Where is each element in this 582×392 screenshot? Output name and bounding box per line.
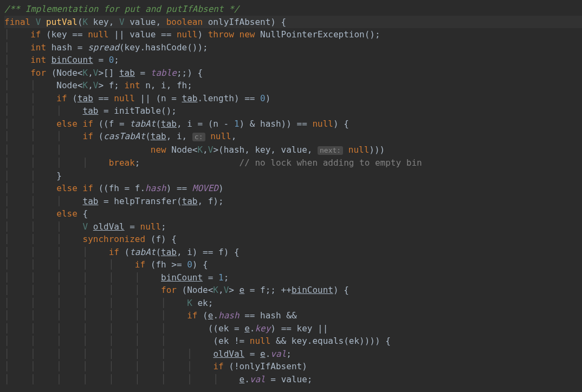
code-editor[interactable]: /** Implementation for put and putIfAbse…: [0, 0, 582, 386]
token: 0: [187, 259, 192, 270]
token: e: [260, 349, 266, 359]
code-line[interactable]: │ │ else if ((fh = f.hash) == MOVED): [4, 182, 582, 195]
token: binCount: [51, 55, 93, 65]
code-line[interactable]: │ int hash = spread(key.hashCode());: [4, 41, 582, 54]
token: hash: [145, 183, 166, 193]
token: if: [30, 29, 46, 40]
token: 1: [218, 272, 224, 283]
token: 0: [260, 93, 266, 103]
token: null: [348, 145, 370, 155]
token: V: [93, 68, 99, 78]
token: null: [88, 29, 109, 40]
token: tab: [83, 106, 99, 116]
token: if: [109, 247, 125, 257]
token: 1: [234, 119, 240, 129]
code-line[interactable]: │ │ else if ((f = tabAt(tab, i = (n - 1)…: [4, 117, 582, 130]
token: throw new: [208, 29, 260, 40]
token: int: [30, 42, 51, 53]
token: null: [210, 131, 231, 141]
code-line[interactable]: │ │ }: [4, 169, 582, 182]
token: K: [187, 298, 192, 308]
token: int: [30, 55, 51, 65]
token: e: [240, 374, 245, 384]
token: e: [208, 310, 214, 321]
token: tab: [161, 247, 177, 257]
token: if: [213, 361, 229, 371]
token: null: [140, 221, 161, 232]
code-line[interactable]: │ │ │ V oldVal = null;: [4, 220, 582, 233]
code-line[interactable]: │ │ Node<K,V> f; int n, i, fh;: [4, 79, 582, 92]
code-line[interactable]: │ │ │ synchronized (f) {: [4, 233, 582, 246]
token: oldVal: [93, 221, 125, 232]
token: K: [83, 80, 88, 90]
code-line[interactable]: │ │ │ │ │ │ │ ((ek = e.key) == key ||: [4, 322, 582, 335]
token: tab: [182, 196, 198, 206]
code-line[interactable]: │ │ │ │ │ │ │ │ oldVal = e.val;: [4, 348, 582, 361]
code-line[interactable]: │ │ │ if (casTabAt(tab, i, c: null,: [4, 130, 582, 143]
code-line[interactable]: │ │ │ │ break; // no lock when adding to…: [4, 156, 582, 169]
param-hint: next:: [318, 146, 343, 155]
token: tab: [77, 93, 93, 103]
code-line[interactable]: │ │ │ │ │ │ │ K ek;: [4, 297, 582, 310]
code-line[interactable]: │ │ │ │ if (tabAt(tab, i) == f) {: [4, 246, 582, 259]
token: tab: [161, 119, 177, 129]
token: spread: [88, 42, 119, 53]
code-line[interactable]: │ │ │ │ │ │ binCount = 1;: [4, 271, 582, 284]
token: null: [250, 336, 271, 346]
token: V: [83, 221, 88, 232]
doc-comment: /** Implementation for put and putIfAbse…: [4, 4, 239, 14]
code-line[interactable]: │ │ if (tab == null || (n = tab.length) …: [4, 92, 582, 105]
token: if: [56, 93, 72, 103]
token: K: [213, 285, 218, 295]
token: if: [135, 259, 151, 270]
code-line[interactable]: │ int binCount = 0;: [4, 54, 582, 67]
token: int: [125, 80, 146, 90]
token: tabAt: [130, 247, 156, 257]
token: break: [109, 158, 135, 168]
token: val: [270, 349, 286, 359]
token: final: [4, 17, 36, 27]
code-line[interactable]: │ if (key == null || value == null) thro…: [4, 28, 582, 41]
token: MOVED: [192, 183, 218, 193]
token: new: [151, 145, 172, 155]
code-line[interactable]: /** Implementation for put and putIfAbse…: [4, 3, 582, 16]
token: null: [312, 119, 333, 129]
code-line[interactable]: │ for (Node<K,V>[] tab = table;;) {: [4, 67, 582, 80]
token: V: [224, 285, 229, 295]
code-line[interactable]: final V putVal(K key, V value, boolean o…: [4, 16, 582, 29]
token: val: [250, 374, 266, 384]
token: hash: [218, 310, 240, 321]
token: tab: [151, 131, 166, 141]
code-line[interactable]: │ │ │ │ │ if (fh >= 0) {: [4, 258, 582, 271]
token: K: [83, 68, 88, 78]
code-line[interactable]: │ │ │ tab = initTable();: [4, 104, 582, 117]
token: V: [208, 145, 214, 155]
token: V: [93, 80, 99, 90]
token: else if: [56, 183, 98, 193]
code-line[interactable]: │ │ │ │ │ │ │ │ │ e.val = value;: [4, 373, 582, 386]
token: binCount: [161, 272, 203, 283]
token: key: [255, 323, 270, 334]
code-line[interactable]: │ │ │ │ │ │ for (Node<K,V> e = f;; ++bin…: [4, 284, 582, 297]
code-line[interactable]: │ │ │ │ │ │ │ │ if (!onlyIfAbsent): [4, 360, 582, 373]
code-line[interactable]: │ │ │ new Node<K,V>(hash, key, value, ne…: [4, 143, 582, 157]
token: tabAt: [130, 119, 156, 129]
token: V: [36, 17, 41, 27]
token: else: [56, 208, 82, 219]
token: boolean: [166, 17, 203, 27]
code-line[interactable]: │ │ else {: [4, 207, 582, 220]
token: 0: [109, 55, 114, 65]
token: e: [240, 285, 245, 295]
code-line[interactable]: │ │ │ tab = helpTransfer(tab, f);: [4, 195, 582, 208]
token: null: [177, 29, 198, 40]
param-hint: c:: [192, 133, 205, 141]
token: K: [83, 17, 88, 27]
token: binCount: [292, 285, 333, 295]
token: K: [197, 145, 203, 155]
token: if: [187, 310, 203, 321]
token: synchronized: [83, 234, 151, 244]
code-line[interactable]: │ │ │ │ │ │ │ (ek != null && key.equals(…: [4, 335, 582, 348]
token: if: [83, 131, 99, 141]
code-line[interactable]: │ │ │ │ │ │ │ if (e.hash == hash &&: [4, 309, 582, 322]
token: for: [30, 68, 51, 78]
